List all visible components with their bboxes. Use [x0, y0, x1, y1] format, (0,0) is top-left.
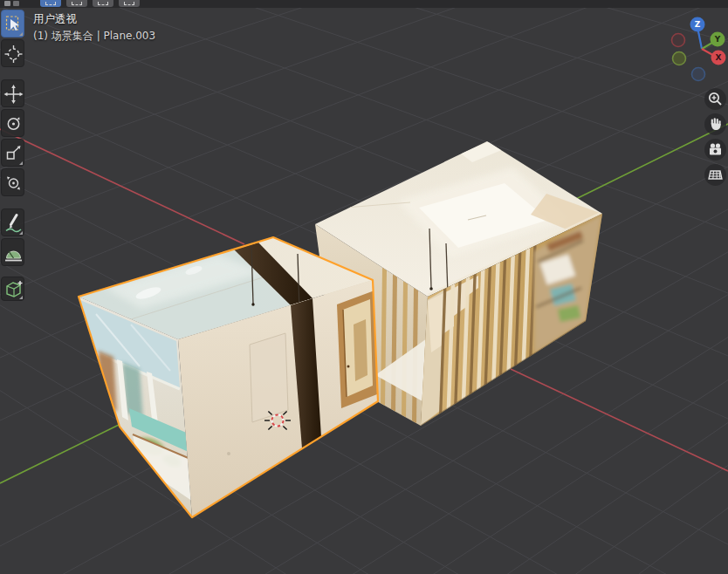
gizmo-x-label: X — [716, 53, 722, 62]
select-mode-button-circle[interactable] — [93, 0, 113, 7]
gizmo-z-label: Z — [695, 20, 701, 29]
gizmo-neg-x-ball[interactable] — [672, 34, 685, 47]
tool-select-box[interactable] — [1, 10, 24, 38]
active-object-breadcrumb: (1) 场景集合 | Plane.003 — [33, 29, 155, 44]
tool-measure[interactable] — [1, 238, 24, 266]
top-header-bar — [0, 0, 728, 8]
camera-view-button[interactable] — [704, 139, 726, 161]
tool-transform[interactable] — [1, 168, 24, 196]
gizmo-neg-y-ball[interactable] — [673, 52, 686, 65]
orientation-gizmo[interactable]: Z Y X — [663, 9, 728, 87]
viewport-canvas[interactable] — [0, 0, 728, 574]
pan-hand-button[interactable] — [704, 113, 726, 135]
view-perspective-label: 用户透视 — [33, 12, 77, 27]
tool-add-cube[interactable] — [1, 277, 24, 301]
gizmo-y-label: Y — [714, 35, 721, 44]
tool-annotate[interactable] — [1, 208, 24, 236]
select-mode-button-tweak[interactable] — [40, 0, 61, 7]
select-mode-button-lasso[interactable] — [119, 0, 140, 7]
gizmo-neg-z-ball[interactable] — [692, 68, 705, 81]
perspective-toggle-button[interactable] — [704, 164, 726, 186]
tool-cursor[interactable] — [1, 39, 24, 67]
blender-3d-viewport[interactable]: 用户透视 (1) 场景集合 | Plane.003 — [0, 0, 728, 574]
tool-scale[interactable] — [1, 139, 24, 167]
editor-type-selector-icon[interactable] — [4, 1, 22, 6]
tool-rotate[interactable] — [1, 109, 24, 137]
select-mode-button-box[interactable] — [66, 0, 87, 7]
zoom-button[interactable] — [704, 88, 726, 110]
tool-move[interactable] — [1, 79, 24, 107]
